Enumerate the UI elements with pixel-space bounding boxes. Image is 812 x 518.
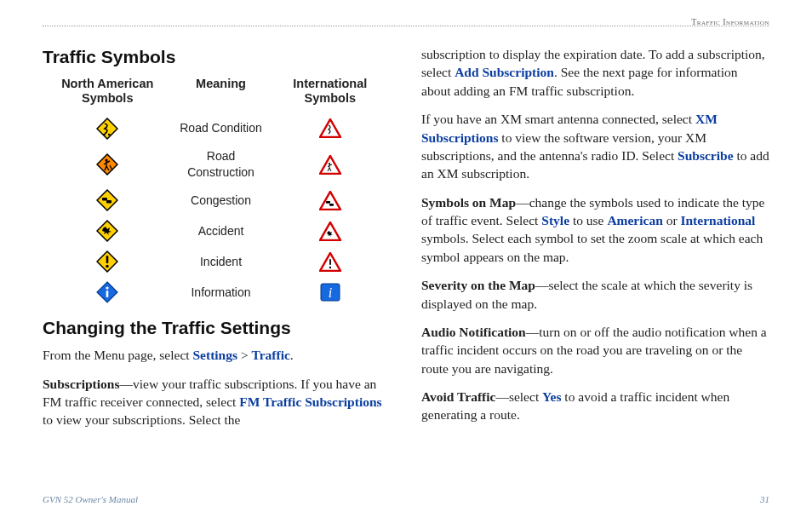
running-head: Traffic Information	[691, 17, 769, 26]
text: .	[290, 348, 294, 362]
text: to view your subscriptions. Select the	[43, 412, 240, 427]
svg-rect-9	[102, 198, 107, 201]
meaning-road-construction: Road Construction	[172, 144, 269, 186]
label-severity: Severity on the Map	[421, 278, 535, 292]
left-column: Traffic Symbols North American Symbols M…	[43, 45, 391, 440]
table-row: Road Construction	[43, 144, 391, 186]
table-row: Information i	[43, 277, 391, 308]
text: symbols. Select each symbol to set the z…	[421, 231, 763, 263]
para-subscriptions: Subscriptions—view your traffic subscrip…	[43, 375, 391, 429]
para-xm: If you have an XM smart antenna connecte…	[421, 110, 769, 183]
meaning-information: Information	[172, 277, 269, 308]
link-settings: Settings	[192, 348, 237, 362]
para-avoid-traffic: Avoid Traffic—select Yes to avoid a traf…	[421, 388, 769, 424]
th-intl-symbols: International Symbols	[270, 75, 391, 113]
link-international: International	[680, 213, 755, 227]
para-symbols-on-map: Symbols on Map—change the symbols used t…	[421, 193, 769, 267]
svg-rect-1	[103, 134, 106, 135]
label-audio-notification: Audio Notification	[421, 325, 526, 339]
meaning-road-condition: Road Condition	[172, 113, 269, 144]
na-congestion-icon	[96, 189, 118, 211]
svg-rect-20	[329, 259, 331, 265]
link-style: Style	[541, 213, 569, 227]
link-subscribe: Subscribe	[678, 148, 733, 163]
intl-road-condition-icon	[319, 118, 341, 138]
na-road-construction-icon	[96, 153, 118, 176]
svg-rect-17	[106, 256, 109, 263]
text: From the Menu page, select	[43, 348, 192, 362]
link-american: American	[607, 213, 662, 227]
table-row: Accident	[43, 216, 391, 246]
meaning-incident: Incident	[172, 246, 269, 277]
text: —select	[495, 389, 542, 404]
th-na-symbols: North American Symbols	[43, 75, 172, 113]
heading-changing-settings: Changing the Traffic Settings	[43, 316, 391, 341]
svg-text:i: i	[329, 285, 332, 300]
text: >	[237, 348, 252, 362]
svg-marker-11	[320, 192, 340, 210]
svg-point-7	[329, 162, 330, 164]
table-row: Congestion	[43, 185, 391, 216]
link-yes: Yes	[542, 389, 561, 404]
table-row: Incident	[43, 246, 391, 277]
para-add-subscription: subscription to display the expiration d…	[421, 45, 769, 100]
label-symbols-on-map: Symbols on Map	[421, 195, 516, 210]
intl-incident-icon	[319, 252, 341, 272]
text: If you have an XM smart antenna connecte…	[421, 112, 695, 126]
footer-manual-title: GVN 52 Owner's Manual	[43, 494, 138, 504]
label-subscriptions: Subscriptions	[43, 377, 119, 391]
link-add-subscription: Add Subscription	[455, 65, 554, 79]
table-row: Road Condition	[43, 113, 391, 144]
intl-accident-icon	[319, 222, 341, 241]
svg-marker-0	[97, 118, 117, 139]
traffic-symbols-table: North American Symbols Meaning Internati…	[43, 75, 391, 308]
na-road-condition-icon	[96, 118, 118, 140]
svg-rect-13	[329, 204, 334, 206]
intl-congestion-icon	[319, 191, 341, 210]
heading-traffic-symbols: Traffic Symbols	[43, 45, 391, 70]
label-avoid-traffic: Avoid Traffic	[421, 389, 495, 404]
meaning-congestion: Congestion	[172, 185, 269, 216]
na-accident-icon	[96, 220, 118, 242]
svg-point-21	[329, 267, 331, 268]
svg-rect-24	[106, 291, 109, 297]
svg-rect-12	[326, 201, 330, 204]
svg-point-18	[106, 265, 109, 268]
svg-point-23	[106, 287, 109, 290]
right-column: subscription to display the expiration d…	[421, 45, 769, 440]
svg-rect-10	[106, 200, 112, 204]
para-audio-notification: Audio Notification—turn on or off the au…	[421, 323, 769, 377]
th-meaning: Meaning	[172, 75, 269, 113]
intl-road-construction-icon	[319, 155, 341, 175]
meaning-accident: Accident	[172, 216, 269, 246]
para-severity: Severity on the Map—select the scale at …	[421, 276, 769, 313]
text: to use	[569, 213, 607, 227]
link-traffic: Traffic	[252, 348, 290, 362]
na-information-icon	[96, 281, 118, 303]
link-fm-traffic-subscriptions: FM Traffic Subscriptions	[239, 394, 381, 409]
text: or	[663, 213, 681, 227]
intl-information-icon: i	[320, 283, 340, 302]
para-from-menu: From the Menu page, select Settings > Tr…	[43, 346, 391, 364]
svg-marker-4	[97, 154, 117, 175]
footer-page-number: 31	[760, 494, 769, 504]
na-incident-icon	[96, 250, 118, 273]
svg-marker-15	[320, 222, 340, 240]
svg-rect-2	[108, 134, 111, 135]
